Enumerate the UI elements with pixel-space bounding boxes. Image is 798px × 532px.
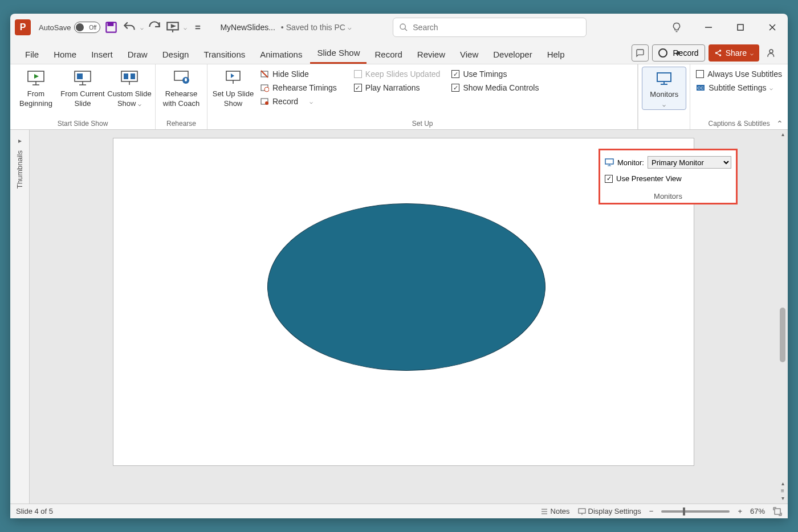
comments-button[interactable]	[632, 44, 649, 62]
document-title[interactable]: MyNewSlides...	[220, 23, 275, 32]
rehearse-with-coach-button[interactable]: Rehearse with Coach	[159, 67, 203, 109]
tab-review[interactable]: Review	[410, 46, 452, 64]
slide-counter[interactable]: Slide 4 of 5	[16, 507, 53, 515]
close-button[interactable]	[762, 17, 783, 38]
svg-rect-5	[738, 24, 743, 30]
autosave-label: AutoSave	[39, 23, 71, 32]
expand-thumbnails-button[interactable]: ▸	[16, 134, 24, 147]
tab-transitions[interactable]: Transitions	[197, 46, 252, 64]
display-settings-button[interactable]: Display Settings	[578, 507, 641, 515]
status-bar: Slide 4 of 5 Notes Display Settings − + …	[10, 504, 788, 518]
monitor-label: Monitor:	[617, 158, 644, 167]
app-window: AutoSave Off ⌵ ⌵ 〓 MyNewSlides... • Save…	[10, 14, 788, 518]
monitors-panel: Monitor: Primary Monitor ✓Use Presenter …	[598, 149, 738, 204]
present-from-beginning-button[interactable]	[165, 20, 180, 35]
search-icon	[399, 23, 408, 32]
save-button[interactable]	[104, 20, 119, 35]
lightbulb-icon[interactable]	[666, 17, 687, 38]
zoom-in-button[interactable]: +	[738, 507, 742, 515]
always-use-subtitles-checkbox[interactable]: Always Use Subtitles	[694, 68, 784, 80]
minimize-button[interactable]	[698, 17, 719, 38]
svg-rect-13	[77, 73, 83, 79]
tab-developer[interactable]: Developer	[486, 46, 539, 64]
play-narrations-checkbox[interactable]: ✓Play Narrations	[352, 81, 443, 94]
from-current-slide-button[interactable]: From Current Slide	[60, 67, 105, 109]
show-media-controls-checkbox[interactable]: ✓Show Media Controls	[449, 81, 541, 94]
prev-slide-icon[interactable]: ▴	[781, 480, 784, 486]
svg-rect-42	[579, 509, 585, 513]
tab-slideshow[interactable]: Slide Show	[310, 44, 367, 64]
tab-insert[interactable]: Insert	[84, 46, 120, 64]
autosave-toggle[interactable]: Off	[74, 22, 100, 33]
search-input[interactable]	[413, 23, 580, 32]
tab-help[interactable]: Help	[540, 46, 572, 64]
search-box[interactable]	[393, 18, 587, 37]
next-slide-icon[interactable]: ▾	[781, 495, 784, 501]
group-setup: Set Up Slide Show Hide Slide Rehearse Ti…	[207, 64, 638, 129]
powerpoint-icon	[15, 19, 31, 35]
vertical-scrollbar[interactable]: ▴ ▴ ≡ ▾	[777, 130, 788, 504]
svg-rect-36	[605, 159, 613, 164]
tab-animations[interactable]: Animations	[253, 46, 309, 64]
from-beginning-button[interactable]: From Beginning	[14, 67, 58, 109]
fit-to-window-button[interactable]	[773, 507, 782, 516]
monitors-button[interactable]: Monitors⌵	[642, 67, 686, 110]
record-dropdown-button[interactable]: Record ⌵	[258, 95, 339, 108]
undo-dropdown[interactable]: ⌵	[140, 24, 144, 31]
thumbnails-strip[interactable]: ▸ Thumbnails	[10, 130, 30, 504]
svg-line-26	[261, 71, 268, 77]
svg-point-28	[264, 87, 269, 92]
notes-button[interactable]: Notes	[540, 507, 570, 515]
ribbon: From Beginning From Current Slide Custom…	[10, 64, 788, 130]
svg-rect-17	[124, 73, 128, 79]
hide-slide-button[interactable]: Hide Slide	[258, 68, 339, 80]
redo-button[interactable]	[147, 20, 162, 35]
tab-design[interactable]: Design	[156, 46, 196, 64]
setup-slide-show-button[interactable]: Set Up Slide Show	[211, 67, 255, 109]
qat-customize[interactable]: 〓	[190, 20, 205, 35]
use-presenter-view-checkbox[interactable]: ✓Use Presenter View	[605, 174, 731, 183]
tab-view[interactable]: View	[453, 46, 485, 64]
scroll-thumb[interactable]	[780, 308, 785, 362]
group-rehearse: Rehearse with Coach Rehearse	[156, 64, 207, 129]
group-captions: Always Use Subtitles CCSubtitle Settings…	[690, 64, 788, 129]
record-button[interactable]: Record	[652, 44, 705, 62]
thumbnails-label: Thumbnails	[15, 150, 24, 189]
custom-slide-show-button[interactable]: Custom Slide Show ⌵	[107, 67, 152, 109]
undo-button[interactable]	[122, 20, 137, 35]
ellipse-shape[interactable]	[267, 203, 545, 371]
rehearse-timings-button[interactable]: Rehearse Timings	[258, 81, 339, 94]
zoom-level[interactable]: 67%	[750, 507, 765, 515]
svg-text:CC: CC	[698, 85, 705, 91]
ribbon-tabs: File Home Insert Draw Design Transitions…	[10, 41, 788, 64]
saved-status[interactable]: • Saved to this PC ⌵	[281, 23, 352, 32]
svg-rect-18	[131, 73, 135, 79]
keep-slides-updated-checkbox: Keep Slides Updated	[352, 68, 443, 80]
title-bar: AutoSave Off ⌵ ⌵ 〓 MyNewSlides... • Save…	[10, 14, 788, 41]
group-start-slideshow: From Beginning From Current Slide Custom…	[10, 64, 156, 129]
svg-rect-31	[657, 73, 671, 81]
svg-rect-44	[775, 509, 780, 514]
group-monitors: Monitors⌵	[638, 64, 690, 129]
subtitle-settings-button[interactable]: CCSubtitle Settings ⌵	[694, 81, 784, 94]
tab-record[interactable]: Record	[368, 46, 409, 64]
collapse-ribbon-button[interactable]: ⌃	[776, 119, 783, 128]
account-button[interactable]	[763, 44, 780, 62]
maximize-button[interactable]	[730, 17, 751, 38]
share-button[interactable]: Share⌵	[709, 44, 759, 62]
monitor-select[interactable]: Primary Monitor	[648, 156, 731, 169]
zoom-out-button[interactable]: −	[649, 507, 654, 515]
svg-point-8	[769, 50, 773, 53]
tab-home[interactable]: Home	[47, 46, 83, 64]
use-timings-checkbox[interactable]: ✓Use Timings	[449, 68, 541, 80]
tab-draw[interactable]: Draw	[121, 46, 154, 64]
qat-dropdown[interactable]: ⌵	[184, 24, 187, 31]
monitors-group-label: Monitors	[605, 192, 731, 200]
svg-rect-22	[185, 78, 187, 81]
zoom-slider[interactable]	[661, 510, 730, 513]
svg-rect-1	[108, 22, 113, 25]
svg-point-30	[265, 101, 268, 105]
nav-icon[interactable]: ≡	[781, 488, 784, 494]
tab-file[interactable]: File	[18, 46, 46, 64]
monitor-icon	[605, 158, 614, 167]
